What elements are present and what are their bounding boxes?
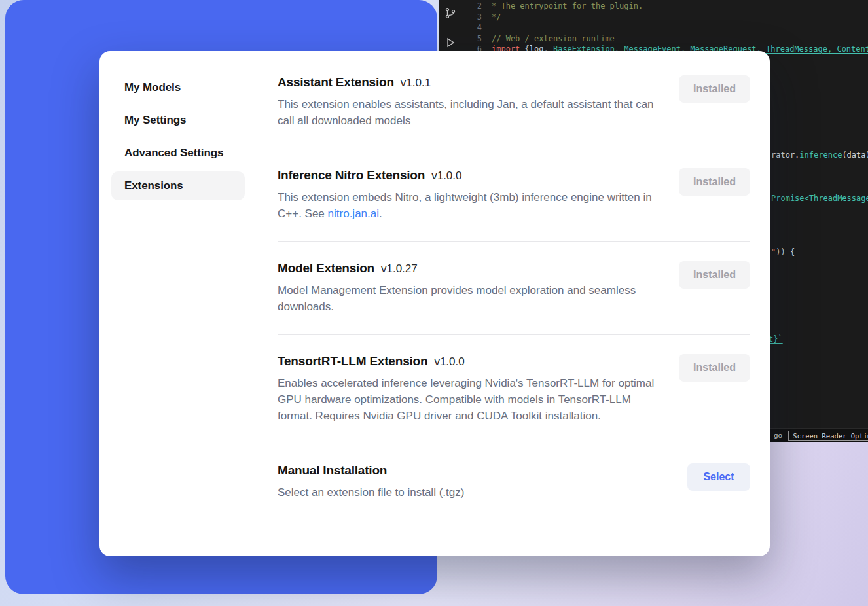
manual-installation-description: Select an extension file to install (.tg… (278, 484, 464, 501)
code-fragment: Promise<ThreadMessage> (771, 194, 868, 203)
run-debug-icon[interactable] (444, 37, 456, 48)
extension-description: This extension embeds Nitro, a lightweig… (278, 189, 659, 222)
extension-info: Manual Installation Select an extension … (278, 463, 464, 501)
extension-row-model: Model Extension v1.0.27 Model Management… (278, 242, 750, 335)
code-fragment: t}` (769, 334, 783, 344)
code-text: // Web / extension runtime (492, 33, 615, 45)
installed-button[interactable]: Installed (679, 75, 750, 103)
extension-row-tensorrt-llm: TensortRT-LLM Extension v1.0.0 Enables a… (278, 335, 750, 444)
extension-header: Model Extension v1.0.27 (278, 261, 659, 276)
code-line: 4 (465, 22, 868, 33)
code-text: * The entrypoint for the plugin. (492, 1, 643, 12)
sidebar-item-my-models[interactable]: My Models (111, 73, 245, 102)
editor-code-area: 2 * The entrypoint for the plugin. 3 */ … (465, 1, 868, 55)
status-text: go (774, 431, 782, 440)
sidebar-item-advanced-settings[interactable]: Advanced Settings (111, 139, 245, 168)
sidebar-item-my-settings[interactable]: My Settings (111, 106, 245, 135)
extension-info: Model Extension v1.0.27 Model Management… (278, 261, 659, 315)
line-number: 3 (465, 12, 482, 23)
nitro-jan-ai-link[interactable]: nitro.jan.ai (328, 207, 379, 220)
extension-row-assistant: Assistant Extension v1.0.1 This extensio… (278, 56, 750, 149)
settings-modal: My Models My Settings Advanced Settings … (99, 51, 770, 556)
extension-info: Inference Nitro Extension v1.0.0 This ex… (278, 168, 659, 222)
installed-button[interactable]: Installed (679, 168, 750, 196)
extension-version: v1.0.27 (381, 262, 418, 276)
extension-header: Assistant Extension v1.0.1 (278, 75, 659, 90)
extension-header: TensortRT-LLM Extension v1.0.0 (278, 354, 659, 368)
extension-version: v1.0.0 (431, 169, 461, 183)
desktop-background: 2 * The entrypoint for the plugin. 3 */ … (0, 0, 868, 606)
extensions-list: Assistant Extension v1.0.1 This extensio… (255, 51, 770, 556)
extension-description: This extension enables assistants, inclu… (278, 96, 659, 129)
code-line: 5 // Web / extension runtime (465, 33, 868, 45)
extension-info: Assistant Extension v1.0.1 This extensio… (278, 75, 659, 129)
extension-title: Model Extension (278, 261, 374, 276)
source-control-icon[interactable] (444, 7, 456, 19)
line-number: 4 (465, 22, 482, 33)
code-fragment: ")) { (771, 247, 795, 257)
select-file-button[interactable]: Select (687, 463, 750, 491)
extension-title: TensortRT-LLM Extension (278, 354, 427, 368)
code-fragment: rator.inference(data)); (771, 151, 868, 160)
line-number: 2 (465, 1, 482, 12)
extension-header: Manual Installation (278, 463, 464, 478)
line-number: 5 (465, 33, 482, 45)
installed-button[interactable]: Installed (679, 354, 750, 382)
extension-row-inference-nitro: Inference Nitro Extension v1.0.0 This ex… (278, 149, 750, 242)
settings-sidebar: My Models My Settings Advanced Settings … (99, 51, 255, 556)
code-line: 2 * The entrypoint for the plugin. (465, 1, 868, 12)
extension-title: Assistant Extension (278, 75, 394, 90)
extension-title: Inference Nitro Extension (278, 168, 425, 183)
manual-installation-row: Manual Installation Select an extension … (278, 444, 750, 520)
extension-description: Enables accelerated inference leveraging… (278, 375, 659, 424)
extension-header: Inference Nitro Extension v1.0.0 (278, 168, 659, 183)
manual-installation-title: Manual Installation (278, 463, 387, 478)
extension-description: Model Management Extension provides mode… (278, 282, 659, 315)
extension-info: TensortRT-LLM Extension v1.0.0 Enables a… (278, 354, 659, 424)
screen-reader-optimized-badge[interactable]: Screen Reader Optimized (788, 431, 868, 441)
sidebar-item-extensions[interactable]: Extensions (111, 171, 245, 200)
installed-button[interactable]: Installed (679, 261, 750, 289)
extension-version: v1.0.0 (434, 355, 464, 368)
code-text: */ (492, 12, 501, 23)
code-line: 3 */ (465, 12, 868, 23)
extension-version: v1.0.1 (401, 77, 431, 90)
